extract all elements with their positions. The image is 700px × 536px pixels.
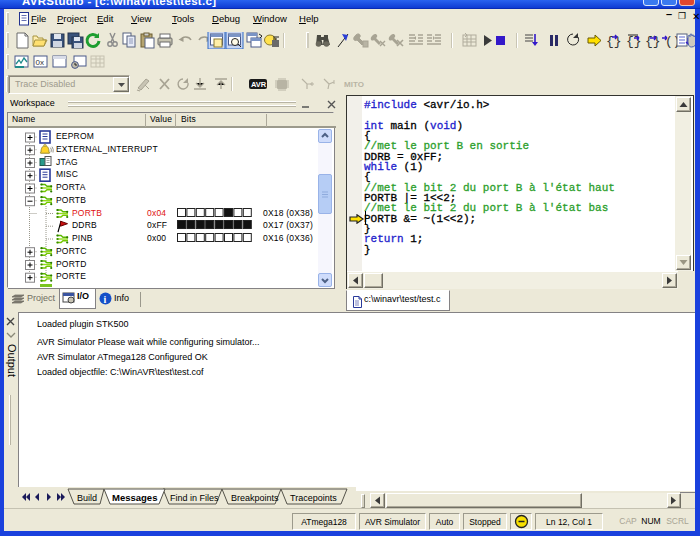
svg-text:Find in Files: Find in Files: [170, 493, 219, 503]
svg-text:Messages: Messages: [112, 492, 157, 503]
svg-text:{}: {}: [626, 34, 642, 49]
svg-text:AVR: AVR: [251, 80, 267, 89]
svg-text:{}: {}: [606, 34, 622, 49]
svg-text:MITO: MITO: [344, 80, 364, 89]
svg-text:i: i: [104, 294, 107, 305]
svg-text:Tracepoints: Tracepoints: [290, 493, 337, 503]
svg-text:{}: {}: [645, 34, 661, 49]
svg-text:Breakpoints: Breakpoints: [231, 493, 279, 503]
svg-text:Build: Build: [77, 493, 97, 503]
svg-text:0x: 0x: [36, 58, 44, 67]
